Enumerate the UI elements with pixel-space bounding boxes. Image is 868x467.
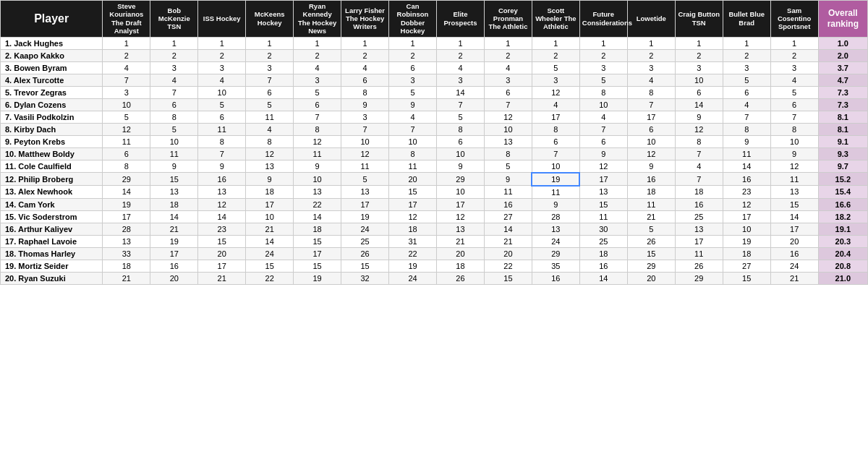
data-cell: 7: [675, 173, 723, 186]
data-cell: 8: [246, 135, 294, 147]
data-cell: 18: [246, 186, 294, 199]
data-cell: 9: [198, 160, 246, 173]
player-name: 10. Matthew Boldy: [1, 147, 103, 160]
data-cell: 17: [294, 247, 341, 260]
data-cell: 17: [675, 235, 723, 247]
data-cell: 23: [198, 223, 246, 235]
data-cell: 11: [150, 147, 198, 160]
player-name: 14. Cam York: [1, 198, 103, 210]
data-cell: 35: [532, 260, 579, 272]
player-name: 4. Alex Turcotte: [1, 74, 103, 86]
table-row: 15. Vic Soderstrom1714141014191212272811…: [1, 210, 868, 223]
data-cell: 14: [484, 223, 532, 235]
data-cell: 7: [246, 74, 294, 86]
data-cell: 29: [437, 173, 485, 186]
data-cell: 19: [103, 198, 150, 210]
data-cell: 12: [770, 160, 818, 173]
player-name: 5. Trevor Zegras: [1, 86, 103, 98]
data-cell: 23: [723, 186, 770, 199]
table-row: 13. Alex Newhook141313181313151011111318…: [1, 186, 868, 199]
column-header-13: Bullet Blue Brad: [723, 1, 770, 38]
data-cell: 1: [150, 37, 198, 49]
data-cell: 3: [723, 61, 770, 74]
data-cell: 9: [770, 147, 818, 160]
data-cell: 10: [389, 135, 437, 147]
table-row: 2. Kaapo Kakko2222222222222222.0: [1, 49, 868, 61]
data-cell: 5: [246, 98, 294, 111]
data-cell: 16: [198, 173, 246, 186]
data-cell: 3: [579, 61, 627, 74]
overall-value: 9.7: [818, 160, 867, 173]
overall-value: 19.1: [818, 223, 867, 235]
data-cell: 20: [484, 247, 532, 260]
overall-value: 20.4: [818, 247, 867, 260]
data-cell: 26: [437, 272, 485, 284]
data-cell: 16: [627, 173, 675, 186]
data-cell: 5: [532, 61, 579, 74]
data-cell: 25: [579, 235, 627, 247]
data-cell: 12: [532, 86, 579, 98]
data-cell: 22: [389, 247, 437, 260]
data-cell: 2: [246, 49, 294, 61]
data-cell: 9: [723, 135, 770, 147]
data-cell: 26: [627, 235, 675, 247]
data-cell: 7: [294, 111, 341, 123]
data-cell: 4: [770, 74, 818, 86]
data-cell: 13: [341, 186, 389, 199]
player-name: 19. Mortiz Seider: [1, 260, 103, 272]
data-cell: 9: [246, 173, 294, 186]
data-cell: 24: [341, 223, 389, 235]
data-cell: 9: [675, 111, 723, 123]
data-cell: 14: [579, 272, 627, 284]
table-row: 14. Cam York1918121722171717169151116121…: [1, 198, 868, 210]
data-cell: 21: [770, 272, 818, 284]
data-cell: 19: [723, 235, 770, 247]
data-cell: 22: [294, 198, 341, 210]
data-cell: 13: [579, 186, 627, 199]
data-cell: 15: [341, 260, 389, 272]
data-cell: 17: [246, 198, 294, 210]
data-cell: 3: [294, 74, 341, 86]
data-cell: 6: [723, 86, 770, 98]
data-cell: 21: [484, 235, 532, 247]
data-cell: 7: [150, 86, 198, 98]
data-cell: 17: [532, 111, 579, 123]
data-cell: 7: [627, 98, 675, 111]
data-cell: 20: [770, 235, 818, 247]
data-cell: 7: [579, 123, 627, 135]
data-cell: 17: [150, 247, 198, 260]
data-cell: 9: [150, 160, 198, 173]
data-cell: 4: [294, 61, 341, 74]
data-cell: 11: [341, 160, 389, 173]
data-cell: 15: [198, 235, 246, 247]
data-cell: 11: [389, 160, 437, 173]
data-cell: 21: [246, 223, 294, 235]
data-cell: 18: [675, 186, 723, 199]
data-cell: 3: [341, 111, 389, 123]
player-name: 3. Bowen Byram: [1, 61, 103, 74]
data-cell: 20: [198, 247, 246, 260]
data-cell: 18: [627, 186, 675, 199]
table-row: 18. Thomas Harley33172024172622202029181…: [1, 247, 868, 260]
data-cell: 10: [579, 98, 627, 111]
data-cell: 5: [579, 74, 627, 86]
data-cell: 15: [770, 198, 818, 210]
data-cell: 3: [484, 74, 532, 86]
overall-value: 8.1: [818, 111, 867, 123]
column-header-7: Elite Prospects: [437, 1, 485, 38]
data-cell: 2: [723, 49, 770, 61]
data-cell: 30: [579, 223, 627, 235]
data-cell: 13: [294, 186, 341, 199]
data-cell: 16: [723, 173, 770, 186]
data-cell: 5: [484, 160, 532, 173]
data-cell: 12: [103, 123, 150, 135]
data-cell: 9: [294, 160, 341, 173]
data-cell: 3: [103, 86, 150, 98]
data-cell: 1: [675, 37, 723, 49]
data-cell: 15: [246, 260, 294, 272]
data-cell: 7: [437, 98, 485, 111]
data-cell: 2: [389, 49, 437, 61]
data-cell: 11: [198, 123, 246, 135]
data-cell: 14: [294, 210, 341, 223]
overall-value: 8.1: [818, 123, 867, 135]
